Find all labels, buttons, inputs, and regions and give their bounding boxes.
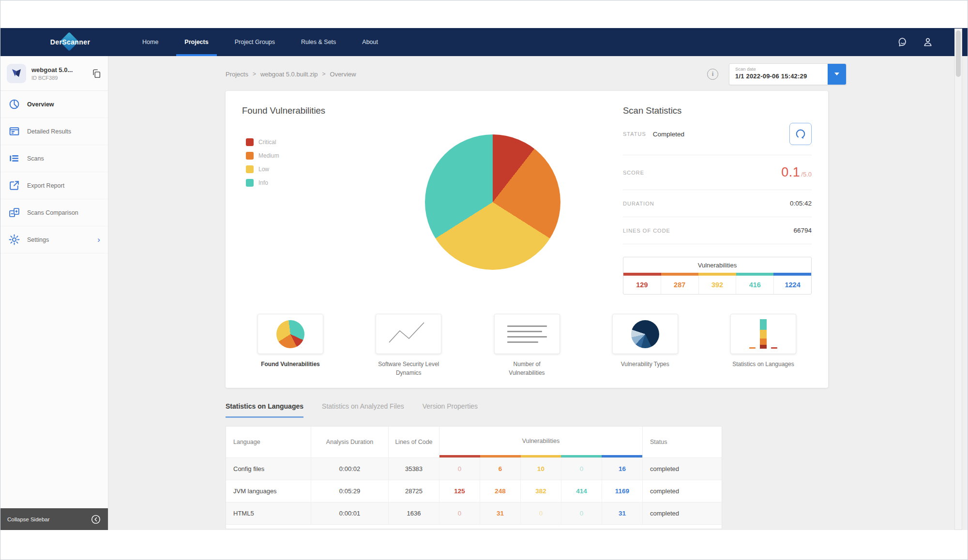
vulnerabilities-header-label: Vulnerabilities [439,427,642,455]
cell-vulnerability-count: 0 [439,502,480,524]
duration-value: 0:05:42 [790,200,812,207]
vulnerabilities-pie-chart[interactable] [425,134,560,270]
scan-date-dropdown-button[interactable] [828,64,846,85]
tab-version-properties[interactable]: Version Properties [423,402,478,418]
mini-list-line [507,341,538,343]
cell-lines-of-code: 28725 [388,480,439,502]
mini-pie-chart-icon [272,315,309,353]
project-logo-icon [7,64,26,83]
severity-bar-segment [561,455,602,457]
topbar-right: i Scan date 1/1 2022-09-06 15:42:29 [707,63,847,85]
rescan-button[interactable] [789,123,812,145]
sidebar-item-overview[interactable]: Overview [0,91,108,118]
vulnerabilities-summary-title: Vulnerabilities [623,257,811,273]
chevron-right-icon: › [97,236,100,244]
cell-lines-of-code: 1636 [388,502,439,524]
card-top: Found Vulnerabilities CriticalMediumLowI… [242,105,812,295]
carousel-item-software-security-level-dynamics[interactable]: Software Security Level Dynamics [360,314,457,377]
carousel-item-label: Statistics on Languages [732,360,794,368]
carousel-item-vulnerability-types[interactable]: Vulnerability Types [597,314,694,377]
scan-date-value: 1/1 2022-09-06 15:42:29 [735,73,828,80]
legend-label: Medium [258,152,279,159]
nav-item-project-groups[interactable]: Project Groups [222,28,288,56]
mini-list-line [507,336,547,338]
sidebar-item-detailed-results[interactable]: Detailed Results [0,118,108,145]
mini-stack-segment [760,339,767,345]
user-account-icon[interactable] [922,36,934,48]
nav-item-about[interactable]: About [349,28,391,56]
scan-date-selector[interactable]: Scan date 1/1 2022-09-06 15:42:29 [729,63,847,85]
scans-icon [8,152,20,164]
nav-right-icons [897,36,934,48]
breadcrumb: Projects>webgoat 5.0.built.zip>Overview [226,71,356,78]
info-icon[interactable]: i [707,69,718,80]
severity-count: 1224 [773,276,811,294]
table-row: Config files0:00:02353830610016completed [226,457,722,480]
cell-vulnerability-count: 414 [561,480,602,502]
cell-language: Config files [226,458,311,480]
sidebar-item-scans[interactable]: Scans [0,145,108,172]
scrollbar-thumb[interactable] [956,30,961,77]
export-report-icon [8,179,20,192]
cell-lines-of-code: 35383 [388,458,439,480]
mini-line-chart-icon [385,318,432,350]
vulnerabilities-header-bar [439,455,642,457]
duration-row: DURATION 0:05:42 [623,190,812,217]
mini-stack-segment [760,330,767,339]
tab-statistics-on-analyzed-files[interactable]: Statistics on Analyzed Files [322,402,404,418]
cell-status: completed [642,502,722,524]
table-header-row: LanguageAnalysis DurationLines of CodeVu… [226,427,722,457]
copy-project-id-icon[interactable] [91,68,102,79]
sidebar-item-export-report[interactable]: Export Report [0,172,108,199]
breadcrumb-webgoat-5-0-built-zip[interactable]: webgoat 5.0.built.zip [260,71,318,78]
nav-item-projects[interactable]: Projects [171,28,221,56]
collapse-sidebar-button[interactable]: Collapse Sidebar [0,508,108,530]
found-vulnerabilities-chart: CriticalMediumLowInfo [242,138,623,270]
sidebar-item-scans-comparison[interactable]: Scans Comparison [0,199,108,226]
collapse-sidebar-label: Collapse Sidebar [7,516,50,522]
scrollbar[interactable] [954,29,962,530]
nav-item-home[interactable]: Home [129,28,171,56]
cell-vulnerability-count: 382 [520,480,561,502]
cell-language: JVM languages [226,480,311,502]
severity-count: 287 [661,276,698,294]
top-navbar: DerScanner HomeProjectsProject GroupsRul… [0,28,968,56]
scan-date-texts: Scan date 1/1 2022-09-06 15:42:29 [729,64,828,85]
carousel-item-found-vulnerabilities[interactable]: Found Vulnerabilities [242,314,339,377]
sidebar-item-settings[interactable]: Settings› [0,226,108,253]
pie-legend: CriticalMediumLowInfo [246,138,323,270]
caret-down-icon [834,73,839,75]
support-chat-icon[interactable] [897,36,908,48]
mini-list-line [507,331,542,332]
cell-status: completed [642,480,722,502]
project-id: ID BCF389 [31,75,91,81]
status-value: Completed [653,131,684,138]
cell-vulnerability-count: 0 [520,502,561,524]
sidebar: webgoat 5.0... ID BCF389 OverviewDetaile… [0,56,108,530]
scan-date-label: Scan date [735,66,828,72]
cell-vulnerability-count: 0 [561,502,602,524]
carousel-thumb-line [376,314,441,354]
column-header-analysis-duration: Analysis Duration [311,427,388,457]
legend-label: Critical [258,139,276,146]
breadcrumb-separator: > [253,71,256,77]
scan-statistics-title: Scan Statistics [623,105,812,116]
severity-bar-segment [602,455,642,457]
legend-swatch-low [246,165,254,173]
app-body: webgoat 5.0... ID BCF389 OverviewDetaile… [0,56,968,530]
legend-label: Low [258,166,269,173]
carousel-item-number-of-vulnerabilities[interactable]: Number of Vulnerabilities [479,314,575,377]
nav-item-rules-sets[interactable]: Rules & Sets [288,28,349,56]
tab-statistics-on-languages[interactable]: Statistics on Languages [226,402,303,418]
cell-vulnerability-count: 6 [480,458,520,480]
table-row: JVM languages0:05:2928725125248382414116… [226,480,722,502]
duration-label: DURATION [623,201,654,206]
carousel-item-statistics-on-languages[interactable]: Statistics on Languages [715,314,812,377]
score-row: SCORE 0.1 /5.0 [623,155,812,190]
brand-logo[interactable]: DerScanner [41,28,99,56]
page-top-margin [0,0,968,28]
carousel-item-label: Found Vulnerabilities [261,360,320,368]
column-header-language: Language [226,427,311,457]
carousel-thumb-pie-dark [612,314,678,354]
breadcrumb-projects[interactable]: Projects [226,71,248,78]
